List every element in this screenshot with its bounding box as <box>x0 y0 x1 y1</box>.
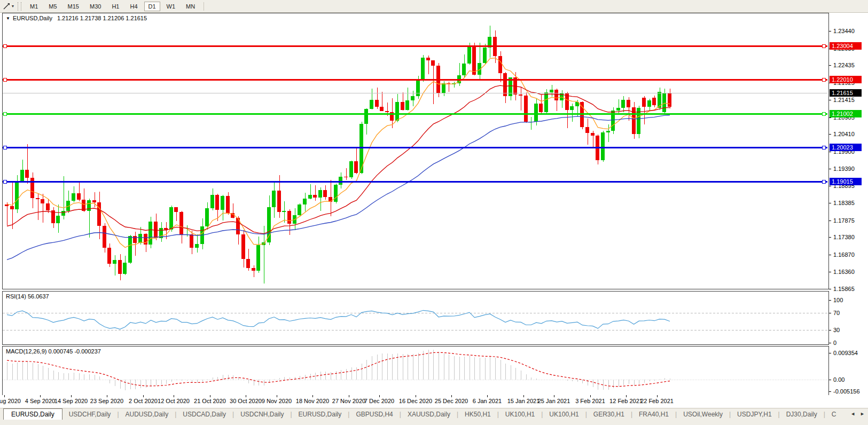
candle-body <box>282 211 286 211</box>
axis-tick <box>829 353 831 353</box>
candle-body <box>370 100 373 109</box>
candle-body <box>416 81 420 96</box>
chart-tab-uk100-h1[interactable]: UK100,H1 <box>543 409 585 420</box>
candle-body <box>524 96 528 122</box>
chart-tab-dj30-daily[interactable]: DJ30,Daily <box>780 409 824 420</box>
price-pane[interactable]: ▼EURUSD,Daily1.21216 1.21738 1.21206 1.2… <box>2 13 829 289</box>
axis-tick <box>829 31 831 32</box>
candle-body <box>550 90 553 92</box>
chart-tab-hk50-h1[interactable]: HK50,H1 <box>458 409 497 420</box>
date-tick <box>143 395 144 397</box>
axis-tick <box>829 343 831 343</box>
date-tick-label: 27 Nov 2020 <box>332 398 365 404</box>
macd-label: MACD(12,26,9) 0.000745 -0.000237 <box>6 348 101 355</box>
candle-body <box>61 211 65 216</box>
date-tick <box>379 395 380 397</box>
date-tick-label: 22 Feb 2021 <box>640 398 674 404</box>
chart-tab-usoil-weekly[interactable]: USOil,Weekly <box>677 409 729 420</box>
axis-tick <box>829 221 831 221</box>
timeframe-button-mn[interactable]: MN <box>182 2 199 11</box>
top-toolbar: ▼ M1M5M15M30H1H4D1W1MN <box>0 0 868 13</box>
candle-body <box>385 111 389 113</box>
price-axis[interactable]: 1.234401.229301.224351.219251.214151.209… <box>829 13 868 395</box>
tab-scroll-right-icon[interactable]: ► <box>860 411 865 416</box>
candle-body <box>210 195 214 208</box>
price-tick-label: 1.16870 <box>833 251 855 258</box>
rsi-line <box>7 310 670 329</box>
candle-body <box>205 208 209 226</box>
date-tick <box>277 395 277 397</box>
candle-body <box>313 195 317 198</box>
chart-tab-eurusd-daily[interactable]: EURUSD,Daily <box>292 409 348 420</box>
chart-tab-bar: EURUSD,DailyUSDCHF,Daily|AUDUSD,Daily|US… <box>0 408 868 425</box>
chart-tab-usdcad-daily[interactable]: USDCAD,Daily <box>176 409 232 420</box>
rsi-canvas <box>3 292 827 343</box>
macd-tick-label: 0.00 <box>833 376 844 383</box>
toolbar-grip[interactable] <box>18 2 21 11</box>
date-axis[interactable]: 26 Aug 20204 Sep 202014 Sep 202023 Sep 2… <box>0 395 868 408</box>
chart-tab-china300-h1[interactable]: CHINA300,H1 <box>825 409 836 420</box>
date-tick <box>4 395 5 397</box>
timeframe-button-h1[interactable]: H1 <box>107 2 123 11</box>
date-tick <box>174 395 174 397</box>
trendline-tool-icon[interactable]: ▼ <box>2 2 15 11</box>
candle-body <box>256 245 260 271</box>
candle-body <box>442 83 445 93</box>
date-tick-label: 26 Aug 2020 <box>0 398 21 404</box>
line-handle <box>822 180 825 183</box>
date-tick <box>523 395 524 397</box>
price-tick-label: 1.17875 <box>833 217 855 224</box>
timeframe-button-w1[interactable]: W1 <box>162 2 180 11</box>
timeframe-button-m30[interactable]: M30 <box>85 2 105 11</box>
candle-body <box>544 92 548 112</box>
candle-body <box>534 104 538 121</box>
candle-body <box>246 259 250 268</box>
date-tick-label: 3 Feb 2021 <box>575 398 605 404</box>
timeframe-button-d1[interactable]: D1 <box>144 2 160 11</box>
candle-body <box>426 58 430 60</box>
axis-tick <box>829 300 831 301</box>
candle-body <box>421 58 425 81</box>
price-tick-label: 1.21415 <box>833 97 855 103</box>
chart-tab-eurusd-daily[interactable]: EURUSD,Daily <box>3 408 62 420</box>
date-tick-label: 15 Jan 2021 <box>507 398 540 404</box>
candle-body <box>616 108 620 111</box>
date-tick <box>71 395 72 397</box>
chart-tab-audusd-daily[interactable]: AUDUSD,Daily <box>119 409 175 420</box>
price-tick-label: 1.18385 <box>833 200 855 206</box>
candle-body <box>128 236 132 263</box>
chart-tab-uk100-h1[interactable]: UK100,H1 <box>499 409 541 420</box>
candle-body <box>215 195 219 210</box>
chart-tab-xauusd-daily[interactable]: XAUUSD,Daily <box>401 409 457 420</box>
candle-body <box>519 95 522 96</box>
chart-tab-usdjpy-h1[interactable]: USDJPY,H1 <box>731 409 778 420</box>
tab-scroll-left-icon[interactable]: ◄ <box>850 411 855 416</box>
timeframe-button-m1[interactable]: M1 <box>26 2 42 11</box>
timeframe-button-m15[interactable]: M15 <box>64 2 83 11</box>
moving-average-line-55 <box>7 115 670 260</box>
timeframe-button-h4[interactable]: H4 <box>126 2 142 11</box>
chart-tab-fra40-h1[interactable]: FRA40,H1 <box>632 409 675 420</box>
chart-tab-ger30-h1[interactable]: GER30,H1 <box>587 409 631 420</box>
date-tick <box>246 395 246 397</box>
candle-body <box>509 77 512 96</box>
chart-tab-usdcnh-daily[interactable]: USDCNH,Daily <box>234 409 290 420</box>
axis-tick <box>829 203 831 203</box>
candle-body <box>221 196 224 210</box>
chart-tab-gbpusd-h4[interactable]: GBPUSD,H4 <box>349 409 399 420</box>
price-level-badge: 1.21615 <box>830 89 862 97</box>
chart-tab-usdchf-daily[interactable]: USDCHF,Daily <box>62 409 118 420</box>
candle-body <box>123 263 127 274</box>
timeframe-button-m5[interactable]: M5 <box>44 2 61 11</box>
candle-body <box>601 132 605 160</box>
date-tick-label: 6 Jan 2021 <box>473 398 502 404</box>
date-tick <box>40 395 41 397</box>
date-tick <box>657 395 658 397</box>
date-tick-label: 30 Oct 2020 <box>230 398 262 404</box>
macd-pane[interactable]: MACD(12,26,9) 0.000745 -0.000237 <box>2 346 829 396</box>
candle-body <box>647 100 651 107</box>
dropdown-caret-icon: ▼ <box>11 4 15 8</box>
chart-title-caret-icon: ▼ <box>6 16 10 21</box>
rsi-pane[interactable]: RSI(14) 56.0637 <box>2 291 829 345</box>
line-handle <box>822 78 825 81</box>
